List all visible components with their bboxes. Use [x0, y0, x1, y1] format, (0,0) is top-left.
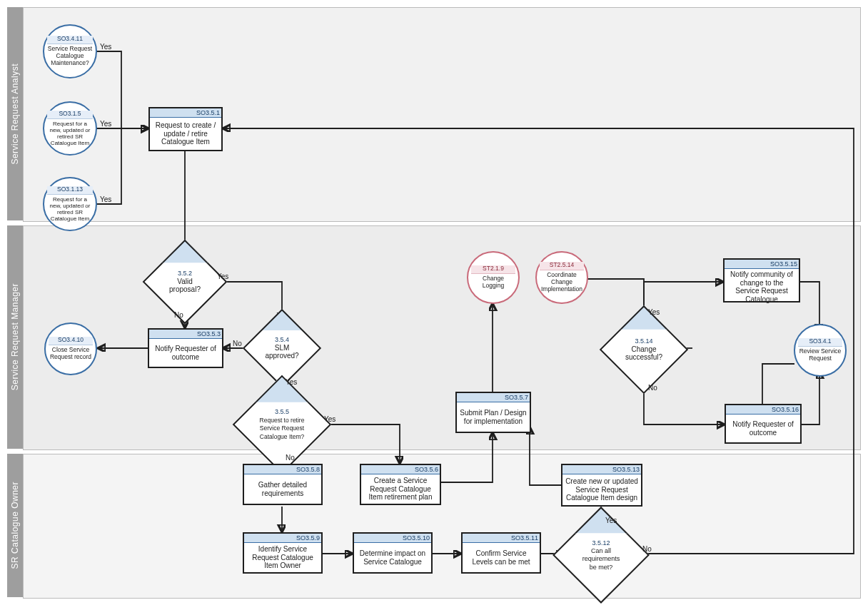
- process-code: SO3.5.7: [457, 393, 530, 402]
- event-text: Request for a new, updated or retired SR…: [47, 196, 93, 223]
- event-code: ST2.5.14: [540, 262, 584, 270]
- process-code: SO3.5.10: [354, 534, 431, 543]
- label-yes: Yes: [100, 120, 111, 128]
- event-st219: ST2.1.9 Change Logging: [467, 251, 520, 304]
- event-text: Request for a new, updated or retired SR…: [47, 121, 93, 147]
- event-code: SO3.4.1: [798, 338, 842, 347]
- process-code: SO3.5.8: [244, 465, 321, 474]
- process-so3511: SO3.5.11 Confirm Service Levels can be m…: [461, 532, 541, 574]
- process-so3510: SO3.5.10 Determine impact on Service Cat…: [353, 532, 433, 574]
- process-so351: SO3.5.1 Request to create / update / ret…: [148, 107, 223, 151]
- event-text: Coordinate Change Implementation: [540, 272, 584, 293]
- event-text: Close Service Request record: [49, 347, 93, 361]
- lane-owner-bg: [23, 454, 861, 599]
- event-so3113: SO3.1.13 Request for a new, updated or r…: [43, 177, 97, 231]
- event-st2514: ST2.5.14 Coordinate Change Implementatio…: [535, 251, 588, 304]
- label-no: No: [174, 311, 183, 319]
- event-text: Change Logging: [471, 275, 515, 290]
- decision-3514: 3.5.14Change successful?: [612, 318, 675, 381]
- label-no: No: [648, 384, 657, 392]
- swimlane-diagram: Service Request Analyst Service Request …: [0, 0, 868, 605]
- process-so358: SO3.5.8 Gather detailed requirements: [243, 464, 323, 505]
- label-no: No: [233, 340, 242, 347]
- process-text: Create new or updated Service Request Ca…: [562, 474, 641, 505]
- lane-tab-analyst: Service Request Analyst: [7, 7, 23, 220]
- process-text: Gather detailed requirements: [244, 474, 321, 504]
- label-yes: Yes: [100, 195, 111, 203]
- lane-label: Service Request Manager: [10, 283, 20, 390]
- process-text: Notify Requester of outcome: [149, 339, 222, 367]
- process-text: Notify community of change to the Servic…: [725, 269, 799, 305]
- process-code: SO3.5.6: [361, 465, 440, 474]
- event-text: Service Request Catalogue Maintenance?: [47, 46, 93, 66]
- decision-355: 3.5.5Request to retire Service Request C…: [247, 390, 317, 459]
- process-code: SO3.5.16: [726, 405, 800, 415]
- event-so3410: SO3.4.10 Close Service Request record: [44, 322, 97, 375]
- process-code: SO3.5.13: [562, 465, 641, 474]
- label-yes: Yes: [100, 43, 111, 51]
- decision-354: 3.5.4SLM approved?: [254, 320, 310, 376]
- process-so353: SO3.5.3 Notify Requester of outcome: [148, 328, 223, 368]
- event-so3411: SO3.4.11 Service Request Catalogue Maint…: [43, 24, 97, 78]
- lane-tab-owner: SR Catalogue Owner: [7, 454, 23, 597]
- process-text: Identify Service Request Catalogue Item …: [244, 543, 321, 572]
- process-so3515: SO3.5.15 Notify community of change to t…: [723, 258, 800, 302]
- process-code: SO3.5.11: [463, 534, 540, 543]
- process-text: Submit Plan / Design for implementation: [457, 402, 530, 432]
- process-so3516: SO3.5.16 Notify Requester of outcome: [725, 404, 802, 444]
- decision-352: 3.5.2Valid proposal?: [155, 252, 215, 312]
- label-yes: Yes: [324, 415, 335, 423]
- process-so356: SO3.5.6 Create a Service Request Catalog…: [360, 464, 441, 505]
- event-code: SO3.1.13: [47, 186, 93, 195]
- decision-3512: 3.5.12Can all requirements be met?: [567, 521, 635, 589]
- event-code: SO3.1.5: [47, 111, 93, 119]
- label-no: No: [286, 454, 295, 462]
- lane-tab-manager: Service Request Manager: [7, 225, 23, 449]
- label-yes: Yes: [286, 378, 297, 386]
- process-so357: SO3.5.7 Submit Plan / Design for impleme…: [455, 392, 531, 433]
- process-so3513: SO3.5.13 Create new or updated Service R…: [561, 464, 642, 507]
- event-so341: SO3.4.1 Review Service Request: [794, 324, 847, 377]
- process-text: Confirm Service Levels can be met: [463, 543, 540, 572]
- process-code: SO3.5.9: [244, 534, 321, 543]
- event-code: SO3.4.11: [47, 36, 93, 44]
- label-no: No: [642, 545, 652, 553]
- event-text: Review Service Request: [798, 348, 842, 362]
- label-yes: Yes: [217, 273, 228, 280]
- lane-label: SR Catalogue Owner: [10, 482, 20, 569]
- process-text: Request to create / update / retire Cata…: [150, 118, 221, 150]
- label-yes: Yes: [605, 517, 617, 524]
- lane-label: Service Request Analyst: [10, 63, 20, 165]
- process-text: Create a Service Request Catalogue Item …: [361, 474, 440, 504]
- event-code: ST2.1.9: [471, 265, 515, 274]
- process-code: SO3.5.15: [725, 260, 799, 269]
- process-code: SO3.5.1: [150, 108, 221, 118]
- process-code: SO3.5.3: [149, 330, 222, 339]
- process-text: Notify Requester of outcome: [726, 415, 800, 442]
- process-so359: SO3.5.9 Identify Service Request Catalog…: [243, 532, 323, 574]
- event-so315: SO3.1.5 Request for a new, updated or re…: [43, 101, 97, 156]
- event-code: SO3.4.10: [49, 337, 93, 345]
- label-yes: Yes: [648, 308, 660, 316]
- process-text: Determine impact on Service Catalogue: [354, 543, 431, 572]
